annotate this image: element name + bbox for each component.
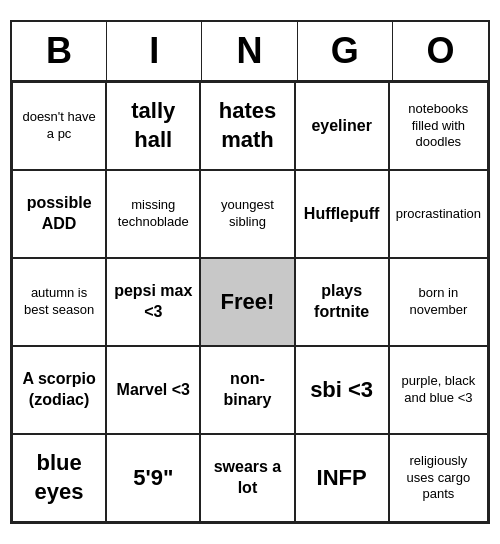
bingo-cell: 5'9" <box>106 434 200 522</box>
bingo-cell: notebooks filled with doodles <box>389 82 488 170</box>
bingo-cell: non-binary <box>200 346 294 434</box>
bingo-cell: procrastination <box>389 170 488 258</box>
bingo-cell: purple, black and blue <3 <box>389 346 488 434</box>
bingo-cell: sbi <3 <box>295 346 389 434</box>
bingo-card: BINGO doesn't have a pctally hallhates m… <box>10 20 490 524</box>
bingo-cell: eyeliner <box>295 82 389 170</box>
bingo-cell: Free! <box>200 258 294 346</box>
bingo-cell: missing technoblade <box>106 170 200 258</box>
bingo-cell: blue eyes <box>12 434 106 522</box>
bingo-cell: religiously uses cargo pants <box>389 434 488 522</box>
header-letter: N <box>202 22 297 80</box>
bingo-cell: A scorpio (zodiac) <box>12 346 106 434</box>
bingo-cell: INFP <box>295 434 389 522</box>
bingo-cell: born in november <box>389 258 488 346</box>
header-letter: I <box>107 22 202 80</box>
bingo-cell: tally hall <box>106 82 200 170</box>
bingo-cell: possible ADD <box>12 170 106 258</box>
header-letter: O <box>393 22 488 80</box>
bingo-cell: Marvel <3 <box>106 346 200 434</box>
header-letter: G <box>298 22 393 80</box>
bingo-cell: plays fortnite <box>295 258 389 346</box>
bingo-cell: doesn't have a pc <box>12 82 106 170</box>
bingo-cell: youngest sibling <box>200 170 294 258</box>
bingo-cell: autumn is best season <box>12 258 106 346</box>
bingo-header: BINGO <box>12 22 488 82</box>
bingo-grid: doesn't have a pctally hallhates matheye… <box>12 82 488 522</box>
bingo-cell: hates math <box>200 82 294 170</box>
bingo-cell: Hufflepuff <box>295 170 389 258</box>
header-letter: B <box>12 22 107 80</box>
bingo-cell: swears a lot <box>200 434 294 522</box>
bingo-cell: pepsi max <3 <box>106 258 200 346</box>
